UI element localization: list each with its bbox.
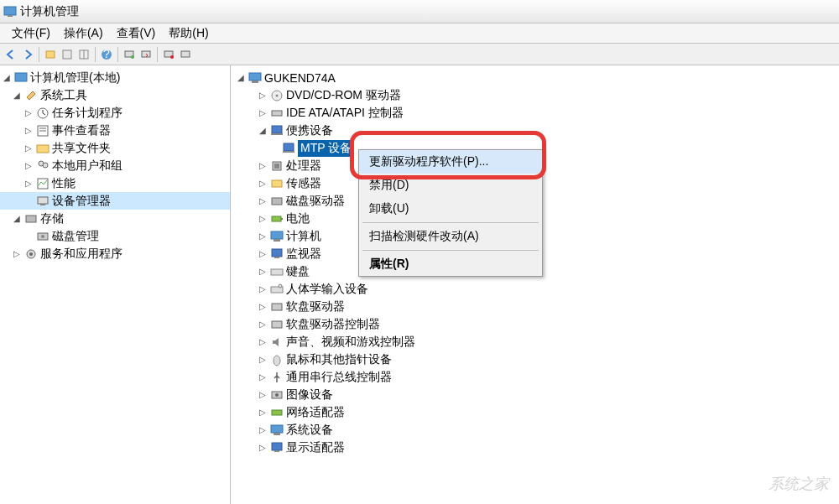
expand-icon[interactable]: ▷ — [23, 126, 34, 135]
menu-action[interactable]: 操作(A) — [57, 24, 110, 43]
device-network[interactable]: ▷ 网络适配器 — [231, 403, 839, 421]
device-display[interactable]: ▷ 显示适配器 — [231, 439, 839, 456]
expand-icon[interactable]: ▷ — [23, 143, 34, 153]
storage-icon — [24, 212, 38, 226]
expand-icon[interactable]: ▷ — [258, 267, 268, 276]
expand-icon[interactable]: ▷ — [258, 108, 268, 117]
expand-icon[interactable]: ▷ — [258, 302, 268, 311]
sensor-icon — [270, 177, 284, 190]
expand-icon[interactable]: ▷ — [23, 108, 34, 117]
collapse-icon[interactable]: ◢ — [236, 73, 246, 82]
collapse-icon[interactable]: ◢ — [258, 126, 268, 135]
up-button[interactable] — [43, 47, 58, 62]
expand-icon[interactable]: ▷ — [258, 231, 268, 241]
expand-icon[interactable]: ▷ — [258, 443, 268, 452]
expand-icon[interactable]: ▷ — [258, 425, 268, 434]
tree-local-users[interactable]: ▷ 本地用户和组 — [0, 157, 230, 174]
help-button[interactable]: ? — [99, 47, 114, 62]
show-hide-button[interactable] — [76, 47, 91, 62]
enable-button[interactable] — [178, 47, 193, 62]
device-system[interactable]: ▷ 系统设备 — [231, 421, 839, 439]
device-floppy-ctrl[interactable]: ▷ 软盘驱动器控制器 — [231, 315, 839, 333]
device-sound[interactable]: ▷ 声音、视频和游戏控制器 — [231, 333, 839, 351]
tree-root[interactable]: ◢ 计算机管理(本地) — [0, 69, 230, 86]
svg-rect-19 — [37, 145, 49, 153]
tree-disk-mgmt[interactable]: 磁盘管理 — [0, 227, 230, 245]
expand-icon[interactable]: ▷ — [258, 179, 268, 188]
expand-icon[interactable]: ▷ — [23, 179, 34, 188]
ctx-update-driver[interactable]: 更新驱动程序软件(P)... — [359, 150, 542, 174]
scan-button[interactable] — [122, 47, 137, 62]
device-floppy[interactable]: ▷ 软盘驱动器 — [231, 298, 839, 315]
expand-icon[interactable]: ▷ — [258, 249, 268, 258]
tree-label: 本地用户和组 — [52, 158, 122, 174]
expand-icon[interactable]: ▷ — [12, 249, 22, 258]
svg-rect-35 — [272, 126, 282, 133]
expand-icon[interactable]: ▷ — [258, 408, 268, 417]
svg-point-27 — [41, 235, 44, 238]
menu-view[interactable]: 查看(V) — [110, 24, 163, 43]
expand-icon[interactable]: ▷ — [258, 196, 268, 205]
svg-rect-57 — [272, 410, 282, 415]
svg-rect-49 — [271, 269, 283, 275]
device-mouse[interactable]: ▷ 鼠标和其他指针设备 — [231, 351, 839, 368]
ctx-separator — [362, 250, 539, 251]
network-icon — [270, 406, 284, 419]
tree-shared-folders[interactable]: ▷ 共享文件夹 — [0, 139, 230, 157]
tree-storage[interactable]: ◢ 存储 — [0, 210, 230, 227]
menu-help[interactable]: 帮助(H) — [162, 24, 215, 43]
tree-label: 服务和应用程序 — [40, 247, 122, 262]
ctx-properties[interactable]: 属性(R) — [359, 252, 542, 276]
device-ide[interactable]: ▷ IDE ATA/ATAPI 控制器 — [231, 104, 839, 122]
expand-icon[interactable]: ▷ — [258, 320, 268, 329]
hid-icon — [270, 283, 284, 296]
back-button[interactable] — [3, 47, 18, 62]
device-portable[interactable]: ◢ 便携设备 — [231, 122, 839, 139]
tree-task-scheduler[interactable]: ▷ 任务计划程序 — [0, 104, 230, 122]
expand-icon[interactable]: ▷ — [258, 337, 268, 346]
ctx-scan[interactable]: 扫描检测硬件改动(A) — [359, 225, 542, 248]
device-label: DVD/CD-ROM 驱动器 — [286, 88, 401, 103]
svg-rect-61 — [274, 450, 279, 452]
update-button[interactable] — [138, 47, 154, 62]
expand-icon[interactable]: ▷ — [258, 214, 268, 223]
toolbar: ? — [0, 44, 839, 65]
tree-event-viewer[interactable]: ▷ 事件查看器 — [0, 122, 230, 139]
tree-device-manager[interactable]: 设备管理器 — [0, 192, 230, 210]
system-icon — [270, 423, 284, 437]
collapse-icon[interactable]: ◢ — [12, 91, 22, 100]
device-dvd[interactable]: ▷ DVD/CD-ROM 驱动器 — [231, 86, 839, 104]
uninstall-button[interactable] — [161, 47, 176, 62]
device-label: IDE ATA/ATAPI 控制器 — [286, 106, 404, 121]
svg-point-9 — [131, 55, 134, 59]
tree-services[interactable]: ▷ 服务和应用程序 — [0, 245, 230, 262]
imaging-icon — [270, 388, 284, 402]
menu-file[interactable]: 文件(F) — [5, 24, 57, 43]
expand-icon[interactable]: ▷ — [258, 372, 268, 382]
device-hid[interactable]: ▷ 人体学输入设备 — [231, 280, 839, 298]
device-imaging[interactable]: ▷ 图像设备 — [231, 386, 839, 403]
collapse-icon[interactable]: ◢ — [2, 73, 12, 82]
device-label: 系统设备 — [286, 423, 333, 438]
device-label: 计算机 — [286, 229, 321, 244]
expand-icon[interactable]: ▷ — [258, 161, 268, 170]
expand-icon[interactable]: ▷ — [258, 390, 268, 399]
ctx-uninstall[interactable]: 卸载(U) — [359, 197, 542, 221]
expand-icon[interactable]: ▷ — [23, 161, 34, 170]
tree-label: 设备管理器 — [52, 194, 111, 209]
tree-label: 任务计划程序 — [52, 106, 122, 121]
tree-label: 共享文件夹 — [52, 141, 111, 156]
expand-icon[interactable]: ▷ — [258, 91, 268, 100]
forward-button[interactable] — [20, 47, 35, 62]
expand-icon[interactable]: ▷ — [258, 284, 268, 294]
collapse-icon[interactable]: ◢ — [12, 214, 22, 223]
svg-rect-38 — [283, 151, 294, 153]
device-root[interactable]: ◢ GUKEND74A — [231, 69, 839, 86]
expand-icon[interactable]: ▷ — [258, 355, 268, 364]
ctx-disable[interactable]: 禁用(D) — [359, 174, 542, 197]
device-label: 网络适配器 — [286, 405, 345, 420]
device-usb[interactable]: ▷ 通用串行总线控制器 — [231, 368, 839, 386]
properties-button[interactable] — [60, 47, 75, 62]
tree-system-tools[interactable]: ◢ 系统工具 — [0, 86, 230, 104]
tree-performance[interactable]: ▷ 性能 — [0, 174, 230, 192]
